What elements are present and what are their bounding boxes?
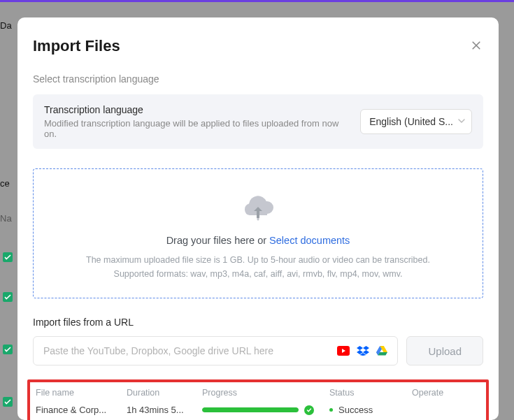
language-label: Transcription language: [44, 104, 349, 115]
cell-status: Success: [314, 405, 405, 415]
url-provider-icons: [337, 346, 387, 356]
uploaded-files-highlight: File name Duration Progress Status Opera…: [27, 379, 489, 420]
language-note: Select transcription language: [33, 73, 483, 85]
dropzone-prefix: Drag your files here or: [166, 235, 269, 246]
status-dot-icon: [329, 408, 333, 412]
youtube-icon: [337, 346, 350, 356]
uploaded-files-table: File name Duration Progress Status Opera…: [36, 388, 480, 415]
status-chip-icon: [3, 252, 13, 262]
status-chip-icon: [3, 397, 13, 407]
bg-text-fragment: Na: [0, 213, 12, 224]
close-button[interactable]: [469, 39, 483, 53]
progress-fill: [202, 407, 299, 412]
check-circle-icon: [304, 405, 314, 415]
url-input-wrapper: [33, 336, 398, 365]
progress-bar: [202, 407, 299, 412]
url-input[interactable]: [43, 337, 330, 365]
status-chip-icon: [3, 345, 13, 354]
table-header: File name Duration Progress Status Opera…: [36, 388, 480, 398]
bg-text-fragment: ce: [0, 178, 10, 189]
cell-filename: Finance & Corp...: [36, 405, 127, 415]
google-drive-icon: [376, 346, 387, 356]
dropzone-subtext: The maximum uploaded file size is 1 GB. …: [50, 253, 466, 281]
modal-title: Import Files: [33, 37, 120, 55]
col-header-duration: Duration: [127, 388, 202, 398]
file-dropzone[interactable]: Drag your files here or Select documents…: [33, 168, 483, 298]
select-documents-link[interactable]: Select documents: [269, 235, 350, 246]
import-files-modal: Import Files Select transcription langua…: [17, 17, 499, 420]
status-chip-icon: [3, 292, 13, 302]
table-row: Finance & Corp... 1h 43mins 5... Success: [36, 405, 480, 415]
language-desc: Modified transcription language will be …: [44, 118, 349, 139]
col-header-status: Status: [314, 388, 405, 398]
dropzone-sub-line-2: Supported formats: wav, mp3, m4a, caf, a…: [50, 267, 466, 281]
cell-progress: [202, 405, 314, 415]
url-import-label: Import files from a URL: [33, 317, 483, 328]
bg-text-fragment: Da: [0, 20, 12, 31]
cell-duration: 1h 43mins 5...: [127, 405, 202, 415]
language-select[interactable]: English (United S...: [360, 109, 472, 134]
status-text: Success: [338, 405, 373, 415]
dropzone-sub-line-1: The maximum uploaded file size is 1 GB. …: [50, 253, 466, 267]
page-backdrop: Da ce Na Import Files Select transcripti…: [0, 0, 514, 420]
close-icon: [471, 40, 482, 51]
language-box: Transcription language Modified transcri…: [33, 94, 483, 149]
upload-button[interactable]: Upload: [406, 336, 483, 365]
dropbox-icon: [357, 346, 369, 356]
col-header-filename: File name: [36, 388, 127, 398]
col-header-progress: Progress: [202, 388, 314, 398]
dropzone-text: Drag your files here or Select documents: [50, 235, 466, 246]
cloud-upload-icon: [242, 194, 274, 224]
language-selected-value: English (United S...: [369, 116, 453, 127]
chevron-down-icon: [457, 116, 466, 127]
col-header-operate: Operate: [405, 388, 480, 398]
